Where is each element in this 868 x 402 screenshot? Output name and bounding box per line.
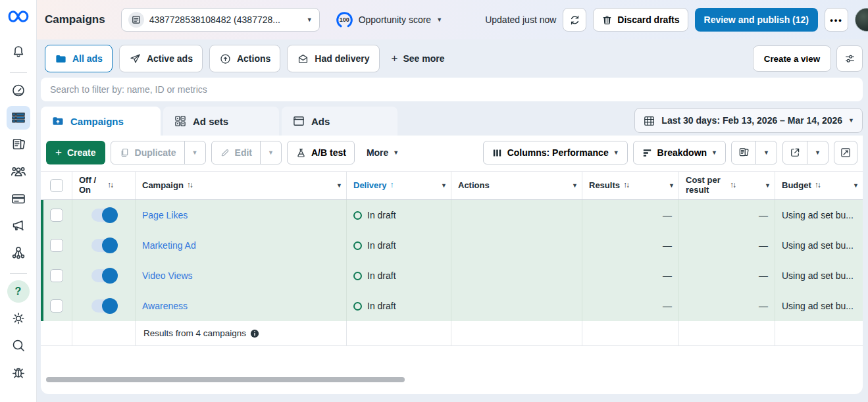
campaign-link[interactable]: Marketing Ad — [142, 240, 196, 251]
ads-manager-app: ? Campaigns — [0, 0, 868, 402]
campaign-link[interactable]: Video Views — [142, 270, 193, 281]
user-avatar[interactable] — [855, 8, 868, 32]
columns-button[interactable]: Columns: Performance ▼ — [483, 141, 628, 164]
export-icon — [789, 147, 801, 159]
audiences-people-icon — [10, 163, 27, 180]
ab-test-button[interactable]: A/B test — [287, 141, 355, 164]
sidebar-item-asset-hierarchy[interactable] — [7, 241, 30, 264]
column-menu-icon[interactable]: ▼ — [853, 183, 859, 189]
campaign-name-cell: Awareness — [136, 291, 347, 321]
row-checkbox-cell — [41, 261, 72, 291]
sidebar-item-notifications[interactable] — [7, 40, 30, 64]
sidebar-item-campaigns[interactable] — [7, 106, 30, 130]
campaign-link[interactable]: Awareness — [142, 301, 188, 311]
row-checkbox[interactable] — [50, 239, 63, 252]
opportunity-score[interactable]: 100 Opportunity score ▼ — [336, 11, 442, 29]
chevron-down-icon: ▼ — [393, 150, 399, 156]
sidebar-item-billing[interactable] — [7, 187, 30, 211]
column-label: Actions — [458, 181, 490, 191]
column-header-campaign[interactable]: Campaign ↑↓ ▼ — [136, 172, 347, 199]
horizontal-scrollbar-thumb[interactable] — [46, 377, 405, 382]
tab-ad-sets[interactable]: Ad sets — [163, 107, 279, 136]
create-button[interactable]: + Create — [46, 141, 105, 164]
date-range-selector[interactable]: Last 30 days: Feb 13, 2026 – Mar 14, 202… — [634, 108, 863, 133]
column-header-delivery[interactable]: Delivery ↑ ▼ — [347, 172, 451, 199]
ad-account-selector[interactable]: 4387728538108482 (4387728... ▼ — [121, 8, 320, 32]
column-header-cost-per-result[interactable]: Cost per result ↑↓ ▼ — [679, 172, 775, 199]
sliders-icon — [844, 53, 856, 65]
sidebar-item-audiences[interactable] — [7, 160, 30, 184]
edit-menu-button[interactable]: ▼ — [260, 141, 281, 164]
row-checkbox[interactable] — [50, 209, 63, 222]
date-range-label: Last 30 days: Feb 13, 2026 – Mar 14, 202… — [661, 115, 842, 126]
duplicate-button[interactable]: Duplicate — [111, 141, 184, 164]
edit-button[interactable]: Edit — [212, 141, 260, 164]
sidebar-item-report-bug[interactable] — [7, 361, 30, 384]
filter-chip-actions[interactable]: Actions — [209, 45, 280, 72]
reports-menu-button[interactable]: ▼ — [755, 141, 777, 164]
more-menu-button[interactable]: More ▼ — [360, 147, 405, 158]
delivery-cell: In draft — [347, 261, 451, 291]
column-header-budget[interactable]: Budget ↑↓ ▼ — [775, 172, 863, 199]
export-button[interactable] — [783, 141, 807, 164]
charts-button[interactable] — [834, 141, 857, 164]
duplicate-menu-button[interactable]: ▼ — [184, 141, 205, 164]
tab-ads[interactable]: Ads — [282, 107, 397, 136]
content-area: All ads Active ads Actions — [37, 39, 868, 402]
sidebar-item-settings[interactable] — [7, 307, 30, 330]
campaign-on-toggle[interactable] — [91, 239, 116, 252]
more-label: More — [367, 147, 388, 158]
results-value: — — [663, 240, 672, 251]
row-checkbox[interactable] — [50, 299, 63, 313]
column-header-results[interactable]: Results ↑↓ ▼ — [582, 172, 679, 199]
reports-button[interactable] — [732, 141, 755, 164]
sort-icon: ↑↓ — [187, 181, 193, 190]
campaign-on-toggle[interactable] — [91, 269, 116, 282]
bell-icon — [11, 44, 26, 60]
select-all-checkbox[interactable] — [50, 179, 63, 192]
more-options-button[interactable]: ••• — [825, 8, 848, 32]
column-header-actions[interactable]: Actions ▼ — [451, 172, 582, 199]
sidebar-item-search[interactable] — [7, 334, 30, 357]
campaign-on-toggle[interactable] — [91, 299, 116, 313]
meta-logo[interactable] — [7, 9, 30, 26]
sidebar-item-account-overview[interactable] — [7, 79, 30, 103]
campaign-on-toggle[interactable] — [91, 209, 116, 222]
sidebar-item-help[interactable]: ? — [7, 280, 30, 303]
chevron-down-icon: ▼ — [763, 150, 769, 156]
delivery-status: In draft — [367, 240, 396, 251]
breakdown-button[interactable]: Breakdown ▼ — [633, 141, 726, 164]
column-menu-icon[interactable]: ▼ — [669, 183, 675, 189]
row-checkbox[interactable] — [50, 269, 63, 282]
column-header-off-on[interactable]: Off / On ↑↓ — [72, 172, 136, 199]
tab-campaigns[interactable]: Campaigns — [41, 107, 161, 136]
summary-cell — [582, 321, 679, 345]
summary-cell — [72, 321, 136, 345]
sort-ascending-icon: ↑ — [390, 181, 394, 190]
chevron-down-icon: ▼ — [307, 17, 313, 23]
search-input[interactable] — [41, 78, 863, 101]
sidebar-item-ads-settings[interactable] — [7, 214, 30, 238]
filter-chip-active-ads[interactable]: Active ads — [119, 45, 203, 72]
see-more-label: See more — [403, 53, 445, 64]
horizontal-scrollbar-track[interactable] — [46, 377, 857, 382]
column-menu-icon[interactable]: ▼ — [441, 183, 447, 189]
column-menu-icon[interactable]: ▼ — [572, 183, 578, 189]
review-and-publish-button[interactable]: Review and publish (12) — [695, 8, 818, 32]
sidebar-item-ads-reporting[interactable] — [7, 133, 30, 157]
filter-chip-all-ads[interactable]: All ads — [45, 45, 113, 72]
refresh-button[interactable] — [563, 8, 586, 32]
campaign-link[interactable]: Page Likes — [142, 210, 188, 220]
create-a-view-button[interactable]: Create a view — [753, 45, 831, 72]
info-icon[interactable] — [250, 329, 259, 338]
cost-per-result-cell: — — [679, 291, 775, 321]
column-menu-icon[interactable]: ▼ — [765, 183, 771, 189]
filter-chip-had-delivery[interactable]: Had delivery — [287, 45, 379, 72]
view-settings-button[interactable] — [836, 45, 863, 72]
export-menu-button[interactable]: ▼ — [807, 141, 828, 164]
see-more-filters-button[interactable]: + See more — [386, 52, 450, 65]
discard-drafts-button[interactable]: Discard drafts — [593, 8, 688, 32]
column-label: Delivery — [353, 181, 387, 191]
column-menu-icon[interactable]: ▼ — [336, 183, 342, 189]
actions-cell — [451, 291, 582, 321]
